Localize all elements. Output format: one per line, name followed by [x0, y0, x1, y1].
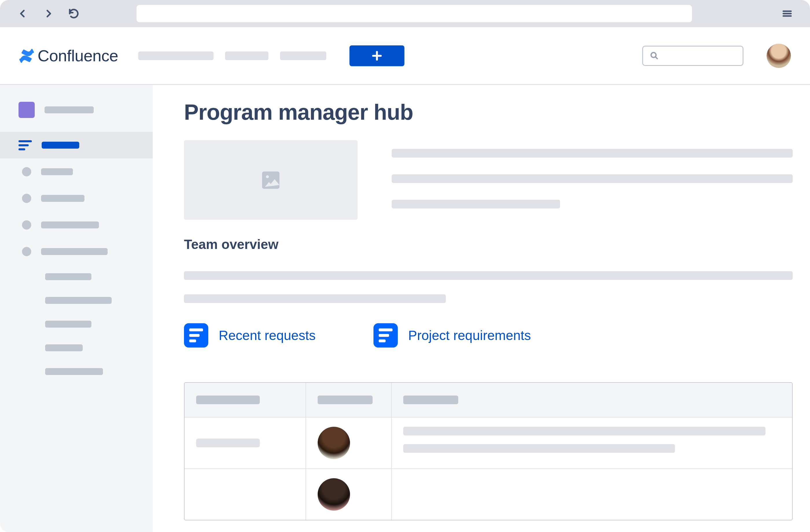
- url-bar[interactable]: [136, 5, 692, 22]
- search-icon: [649, 51, 659, 61]
- member-avatar: [318, 427, 350, 459]
- sidebar-item-active[interactable]: [0, 132, 153, 159]
- sidebar-item[interactable]: [0, 212, 153, 238]
- page-icon: [373, 323, 398, 348]
- sidebar-sub-item[interactable]: [0, 360, 153, 383]
- hero-image-placeholder: [184, 140, 358, 220]
- image-icon: [259, 169, 282, 192]
- table-cell: [392, 417, 792, 468]
- table-header-cell: [184, 383, 306, 417]
- svg-point-2: [266, 175, 269, 178]
- table-row[interactable]: [184, 417, 792, 469]
- table-header-cell: [306, 383, 392, 417]
- sidebar-label-placeholder: [45, 344, 83, 351]
- bullet-icon: [22, 194, 31, 203]
- sidebar-label-placeholder: [45, 368, 103, 375]
- table-cell: [184, 469, 306, 520]
- team-table: [184, 382, 793, 520]
- page-title: Program manager hub: [184, 99, 793, 124]
- plus-icon: [371, 50, 383, 62]
- app-header: Confluence: [0, 27, 810, 85]
- sidebar-item[interactable]: [0, 238, 153, 265]
- page-tree-icon: [18, 138, 32, 152]
- bullet-icon: [22, 247, 31, 256]
- sidebar-sub-item[interactable]: [0, 288, 153, 312]
- nav-item-placeholder[interactable]: [225, 51, 269, 60]
- reload-icon[interactable]: [68, 7, 80, 20]
- hero-text-placeholder: [392, 140, 793, 220]
- table-header-cell: [392, 383, 792, 417]
- table-cell-avatar: [306, 417, 392, 468]
- sidebar-label-placeholder: [45, 297, 112, 304]
- sidebar: [0, 85, 153, 532]
- back-icon[interactable]: [17, 7, 29, 20]
- nav-item-placeholder[interactable]: [138, 51, 213, 60]
- sidebar-sub-item[interactable]: [0, 336, 153, 360]
- menu-icon[interactable]: [781, 7, 793, 20]
- table-header-row: [184, 383, 792, 417]
- sidebar-label-placeholder: [41, 248, 108, 255]
- search-input[interactable]: [642, 46, 743, 66]
- confluence-logo-icon: [19, 48, 34, 63]
- svg-point-0: [651, 52, 656, 57]
- sidebar-label-placeholder: [41, 168, 73, 175]
- link-label: Project requirements: [408, 328, 531, 343]
- forward-icon[interactable]: [42, 7, 54, 20]
- table-cell: [392, 469, 792, 520]
- bullet-icon: [22, 167, 31, 176]
- sidebar-label-placeholder: [45, 321, 92, 328]
- link-label: Recent requests: [219, 328, 315, 343]
- create-button[interactable]: [350, 45, 404, 66]
- sidebar-label-placeholder: [45, 106, 94, 113]
- sidebar-label-placeholder: [42, 142, 79, 149]
- sidebar-label-placeholder: [41, 195, 84, 202]
- section-title-overview: Team overview: [184, 236, 793, 252]
- bullet-icon: [22, 220, 31, 230]
- table-row[interactable]: [184, 469, 792, 520]
- link-project-requirements[interactable]: Project requirements: [373, 323, 531, 348]
- sidebar-item[interactable]: [0, 159, 153, 185]
- sidebar-sub-item[interactable]: [0, 312, 153, 336]
- product-name: Confluence: [37, 46, 118, 65]
- svg-rect-1: [262, 171, 279, 189]
- table-cell: [184, 417, 306, 468]
- sidebar-item[interactable]: [0, 185, 153, 212]
- nav-item-placeholder[interactable]: [280, 51, 326, 60]
- sidebar-space-header[interactable]: [0, 97, 153, 123]
- table-cell-avatar: [306, 469, 392, 520]
- browser-chrome-bar: [0, 0, 810, 27]
- overview-text-placeholder: [184, 271, 793, 303]
- space-icon: [18, 102, 35, 118]
- member-avatar: [318, 478, 350, 511]
- sidebar-label-placeholder: [45, 273, 92, 280]
- product-logo[interactable]: Confluence: [19, 46, 118, 65]
- user-avatar[interactable]: [766, 44, 791, 68]
- sidebar-sub-item[interactable]: [0, 265, 153, 288]
- page-icon: [184, 323, 208, 348]
- main-content: Program manager hub Team overview: [153, 85, 810, 532]
- link-recent-requests[interactable]: Recent requests: [184, 323, 315, 348]
- sidebar-label-placeholder: [41, 221, 99, 229]
